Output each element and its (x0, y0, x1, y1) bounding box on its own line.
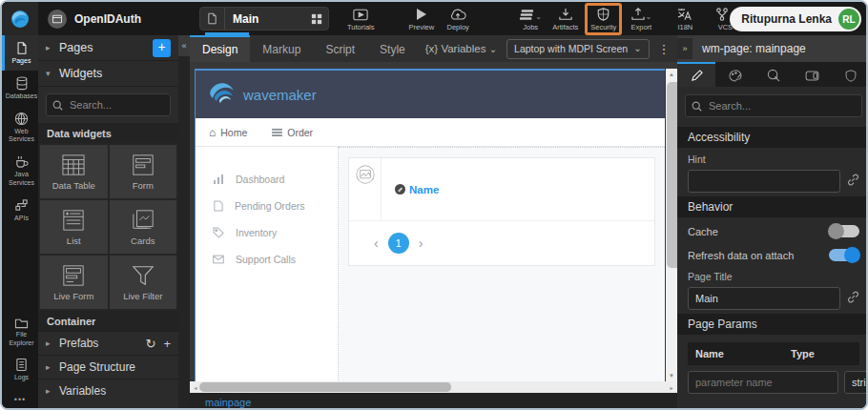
top-bar-actions: Tutorials Preview Deploy ⌄ Jobs Artifact… (347, 2, 778, 35)
page-grid-icon[interactable] (305, 13, 328, 25)
card-field-name[interactable]: Name (409, 184, 439, 195)
widget-cards[interactable]: Cards (110, 200, 177, 254)
jobs-chevron-down-icon: ⌄ (535, 13, 542, 21)
param-name-input[interactable] (688, 371, 838, 394)
properties-title: wm-page: mainpage (702, 42, 806, 55)
add-page-button[interactable]: + (153, 39, 171, 57)
pagination-next-icon[interactable]: › (419, 236, 424, 251)
user-avatar: RL (838, 9, 859, 30)
live-filter-funnel-icon (132, 264, 155, 287)
palette-icon (729, 70, 742, 82)
widget-live-form[interactable]: Live Form (40, 256, 108, 309)
tutorials-button[interactable]: Tutorials (347, 7, 374, 31)
tag-icon (213, 227, 224, 238)
caret-right-icon: ▸ (46, 362, 55, 372)
project-switcher[interactable]: OpenIDAuth ⌄ (48, 2, 216, 35)
widget-search-input[interactable] (68, 98, 164, 112)
tab-events[interactable] (754, 62, 793, 87)
variables-accordion[interactable]: ▸ Variables (38, 379, 178, 402)
page-title-input[interactable] (688, 287, 840, 310)
nav-home[interactable]: ⌂Home (209, 126, 247, 139)
prefabs-refresh-icon[interactable]: ↻ (146, 337, 156, 351)
shield-outline-icon (845, 70, 857, 82)
tab-security[interactable] (832, 62, 868, 87)
menu-item-pending-orders[interactable]: Pending Orders (196, 193, 338, 219)
prefabs-accordion[interactable]: ▸ Prefabs ↻ + (38, 331, 178, 355)
sidebar-item-logs[interactable]: Logs (2, 352, 38, 387)
pagination-current-page[interactable]: 1 (388, 233, 409, 254)
pagination-prev-icon[interactable]: ‹ (374, 236, 379, 251)
scroll-right-icon[interactable]: ▸ (666, 384, 677, 391)
widgets-accordion[interactable]: ▾ Widgets (38, 61, 178, 87)
sidebar-item-apis[interactable]: APIs (2, 193, 38, 228)
widget-live-filter[interactable]: Live Filter (110, 256, 177, 309)
tab-design[interactable]: Design (190, 35, 250, 62)
menu-item-dashboard[interactable]: Dashboard (196, 166, 338, 193)
canvas-horizontal-scrollbar[interactable]: ◂ ▸ (190, 381, 677, 393)
tab-script[interactable]: Script (313, 35, 367, 62)
sidebar-item-databases[interactable]: Databases (2, 71, 38, 106)
project-name: OpenIDAuth (74, 12, 141, 26)
jobs-button[interactable]: ⌄ Jobs (518, 7, 543, 31)
widget-form[interactable]: Form (110, 145, 177, 198)
preview-button[interactable]: Preview (408, 7, 434, 31)
page-structure-accordion[interactable]: ▸ Page Structure (38, 355, 178, 379)
sidebar-item-java-services[interactable]: Java Services (2, 149, 38, 193)
user-menu[interactable]: Ritupurna Lenka RL (730, 7, 861, 31)
bind-link-icon[interactable] (847, 290, 859, 307)
variables-chevron-down-icon: ⌄ (489, 44, 497, 54)
cache-toggle[interactable] (829, 225, 859, 237)
collapse-left-panel-button[interactable]: « (178, 35, 190, 56)
horizontal-scroll-thumb[interactable] (199, 382, 452, 392)
cards-icon (132, 209, 155, 232)
container-group-label: Container (38, 311, 178, 331)
tab-properties[interactable] (677, 62, 715, 87)
menu-item-inventory[interactable]: Inventory (196, 219, 338, 246)
list-icon (62, 209, 85, 232)
tab-device[interactable] (793, 62, 831, 87)
live-form-icon (62, 264, 85, 287)
tab-styles[interactable] (715, 62, 754, 87)
menu-item-support-calls[interactable]: Support Calls (196, 246, 338, 273)
tab-style[interactable]: Style (367, 35, 418, 62)
sidebar-more-button[interactable]: ••• (2, 387, 38, 410)
sidebar-item-web-services[interactable]: Web Services (2, 106, 38, 150)
nav-order[interactable]: Order (272, 127, 313, 138)
variables-dropdown[interactable]: {x} Variables ⌄ (425, 43, 497, 54)
sidebar-item-file-explorer[interactable]: File Explorer (2, 311, 38, 353)
scroll-up-icon[interactable]: ▲ (666, 69, 677, 80)
canvas-more-menu[interactable]: ⋮ (658, 42, 671, 56)
hint-input[interactable] (688, 170, 840, 193)
widget-data-table[interactable]: Data Table (40, 145, 108, 198)
panel-collapse-strip: « (178, 35, 190, 410)
deploy-button[interactable]: Deploy (445, 7, 470, 31)
vcs-branch-icon (715, 8, 729, 21)
export-button[interactable]: ⌄ Export (629, 7, 653, 31)
active-page-name[interactable]: mainpage (205, 397, 251, 408)
expand-right-panel-button[interactable]: » (677, 38, 692, 59)
device-preview-select[interactable]: Laptop with MDPI Screen⌄ (506, 39, 649, 59)
sidebar-item-pages[interactable]: Pages (2, 35, 38, 71)
cards-widget[interactable]: Name ‹ 1 › (348, 157, 655, 266)
tab-markup[interactable]: Markup (250, 35, 313, 62)
properties-search-input[interactable] (707, 99, 856, 113)
pages-accordion[interactable]: ▸ Pages + (38, 35, 178, 61)
properties-header: » wm-page: mainpage (677, 35, 868, 62)
scroll-down-icon[interactable]: ▼ (666, 370, 677, 381)
home-icon: ⌂ (209, 126, 216, 139)
wavemaker-logo[interactable] (2, 2, 38, 35)
security-button[interactable]: Security (590, 7, 616, 31)
prefabs-add-icon[interactable]: + (163, 337, 171, 351)
widget-list[interactable]: List (40, 200, 108, 254)
document-icon (213, 200, 223, 212)
param-type-select[interactable]: string⌄ (844, 371, 868, 394)
pagination: ‹ 1 › (349, 221, 654, 265)
design-page[interactable]: wavemaker ⌂Home Order Dashboard Pend (195, 69, 665, 381)
artifacts-button[interactable]: Artifacts (552, 7, 578, 31)
i18n-button[interactable]: I18N (672, 7, 697, 31)
canvas-vertical-scrollbar[interactable]: ▲ ▼ (666, 69, 677, 381)
api-nodes-icon (14, 198, 29, 213)
page-tab-main[interactable]: Main (199, 7, 329, 31)
refresh-on-attach-toggle[interactable] (829, 249, 859, 261)
bind-link-icon[interactable] (847, 173, 859, 190)
